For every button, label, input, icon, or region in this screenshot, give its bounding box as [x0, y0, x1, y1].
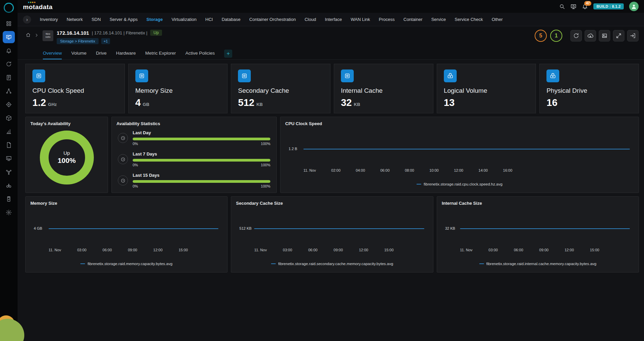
- fullscreen-button[interactable]: [613, 30, 624, 41]
- status-badge-up: Up: [150, 30, 162, 36]
- chart-legend: fibrenetix.storage.raid.secondary.cache.…: [236, 259, 428, 268]
- motadata-logo-icon[interactable]: [4, 3, 14, 13]
- sidebar-item-topology[interactable]: [3, 85, 15, 97]
- nav-item-storage[interactable]: Storage: [146, 17, 163, 22]
- breadcrumb: fibre netix 172.16.14.101 | 172.16.14.10…: [26, 30, 162, 44]
- search-icon[interactable]: [559, 3, 565, 9]
- legend-item[interactable]: fibrenetix.storage.raid.cpu.clock.speed.…: [417, 182, 502, 186]
- refresh-button[interactable]: [570, 30, 582, 41]
- sidebar-item-audit[interactable]: [3, 193, 15, 205]
- nav-item-virtualization[interactable]: Virtualization: [171, 17, 196, 22]
- nav-item-interface[interactable]: Interface: [325, 17, 342, 22]
- subheader-actions: 51: [535, 30, 639, 42]
- storage-path-chip[interactable]: Storage > Fibrenetix: [57, 38, 99, 44]
- cluster-icon: [6, 169, 12, 175]
- nav-item-network[interactable]: Network: [66, 17, 83, 22]
- legend-item[interactable]: fibrenetix.storage.raid.memory.capacity.…: [80, 262, 172, 266]
- metric-value: 4GB: [135, 97, 221, 108]
- availability-row: Today's Availability Up 100% Availabilit…: [25, 117, 639, 193]
- sidebar-item-cluster[interactable]: [3, 166, 15, 178]
- sidebar-item-inventory[interactable]: [3, 72, 15, 84]
- sidebar-item-observe[interactable]: [3, 179, 15, 192]
- summary-card-logical-volume: Logical Volume13: [437, 64, 536, 113]
- chip-icon: [138, 73, 145, 79]
- sidebar-item-reports[interactable]: [3, 139, 15, 151]
- nav-item-process[interactable]: Process: [379, 17, 395, 22]
- sidebar-item-apps[interactable]: [3, 18, 15, 30]
- metric-value: 1.2GHz: [32, 97, 118, 108]
- add-tab-button[interactable]: +: [224, 50, 232, 58]
- availability-statistics-card: Availability Statistics Last Day0%100%La…: [111, 117, 277, 193]
- nav-item-server-apps[interactable]: Server & Apps: [110, 17, 138, 22]
- summary-card-memory-size: Memory Size4GB: [128, 64, 228, 113]
- chip-icon: [35, 73, 42, 79]
- ncm-icon: [6, 155, 12, 162]
- chart-title: CPU Clock Speed: [285, 121, 634, 126]
- collapse-right-button[interactable]: [627, 30, 639, 41]
- nav-item-wan-link[interactable]: WAN Link: [351, 17, 370, 22]
- sidebar-item-flows[interactable]: [3, 58, 15, 70]
- sidebar-item-packages[interactable]: [3, 112, 15, 124]
- metric-number: 16: [546, 97, 557, 108]
- nav-item-cloud[interactable]: Cloud: [304, 17, 316, 22]
- legend-swatch: [80, 263, 85, 264]
- cloud-download-button[interactable]: [585, 30, 596, 41]
- collapse-right-icon: [630, 33, 636, 39]
- tab-hardware[interactable]: Hardware: [116, 51, 136, 59]
- x-axis-tick: 12:00: [454, 168, 463, 172]
- topology-icon: [6, 88, 12, 94]
- x-axis-tick: 11. Nov: [303, 168, 316, 172]
- nav-item-sdn[interactable]: SDN: [91, 17, 101, 22]
- nav-item-service[interactable]: Service: [431, 17, 446, 22]
- sidebar-item-ncm[interactable]: [3, 152, 15, 165]
- sidebar-item-monitoring[interactable]: [3, 31, 15, 43]
- tab-drive[interactable]: Drive: [96, 51, 107, 59]
- header-action-buttons: [570, 30, 639, 41]
- tab-active-policies[interactable]: Active Policies: [185, 51, 215, 59]
- sidebar: [0, 0, 18, 341]
- cpu-clock-speed-chart-card: CPU Clock Speed1.2 B11. Nov02:0004:0006:…: [280, 117, 639, 193]
- chart-legend: fibrenetix.storage.raid.memory.capacity.…: [30, 259, 222, 268]
- nav-scroll-button[interactable]: ›: [23, 16, 31, 24]
- severity-counter-major[interactable]: 5: [535, 30, 547, 42]
- clock-check-icon: [118, 154, 128, 164]
- nav-item-service-check[interactable]: Service Check: [455, 17, 483, 22]
- metric-value: 16: [546, 97, 632, 108]
- stat-label: Last Day: [133, 130, 270, 135]
- sidebar-item-discovery[interactable]: [3, 98, 15, 111]
- tab-overview[interactable]: Overview: [43, 51, 62, 59]
- tab-volume[interactable]: Volume: [71, 51, 86, 59]
- nav-item-hci[interactable]: HCI: [205, 17, 213, 22]
- sidebar-bottom: [3, 206, 15, 220]
- tab-metric-explorer[interactable]: Metric Explorer: [145, 51, 176, 59]
- legend-swatch: [479, 263, 484, 264]
- sidebar-item-analytics[interactable]: [3, 125, 15, 138]
- metric-tile: [238, 69, 251, 82]
- home-icon[interactable]: [26, 32, 31, 37]
- nav-item-database[interactable]: Database: [222, 17, 241, 22]
- module-nav: › InventoryNetworkSDNServer & AppsStorag…: [18, 13, 644, 26]
- sidebar-item-gear[interactable]: [3, 206, 15, 219]
- user-avatar[interactable]: [629, 2, 639, 11]
- metric-title: Logical Volume: [444, 87, 529, 94]
- observe-icon: [6, 182, 12, 189]
- more-tags-chip[interactable]: +1: [101, 38, 110, 44]
- chip-icon: [344, 73, 351, 79]
- x-axis-tick: 06:00: [308, 248, 318, 252]
- chevron-right-icon: [34, 33, 39, 38]
- remote-screen-icon[interactable]: [570, 3, 576, 9]
- chart-legend: fibrenetix.storage.raid.internal.cache.m…: [442, 259, 634, 268]
- notifications-bell-icon[interactable]: 47: [582, 3, 588, 9]
- severity-counter-clear[interactable]: 1: [550, 30, 562, 42]
- legend-item[interactable]: fibrenetix.storage.raid.secondary.cache.…: [271, 262, 393, 266]
- nav-item-container[interactable]: Container: [403, 17, 422, 22]
- nav-item-container-orchestration[interactable]: Container Orchestration: [249, 17, 296, 22]
- sidebar-item-bell[interactable]: [3, 45, 15, 57]
- metric-tile: [546, 69, 559, 82]
- analytics-icon: [6, 129, 12, 135]
- snapshot-button[interactable]: [599, 30, 610, 41]
- nav-item-other[interactable]: Other: [492, 17, 503, 22]
- metric-number: 13: [444, 97, 455, 108]
- legend-item[interactable]: fibrenetix.storage.raid.internal.cache.m…: [479, 262, 596, 266]
- nav-item-inventory[interactable]: Inventory: [40, 17, 58, 22]
